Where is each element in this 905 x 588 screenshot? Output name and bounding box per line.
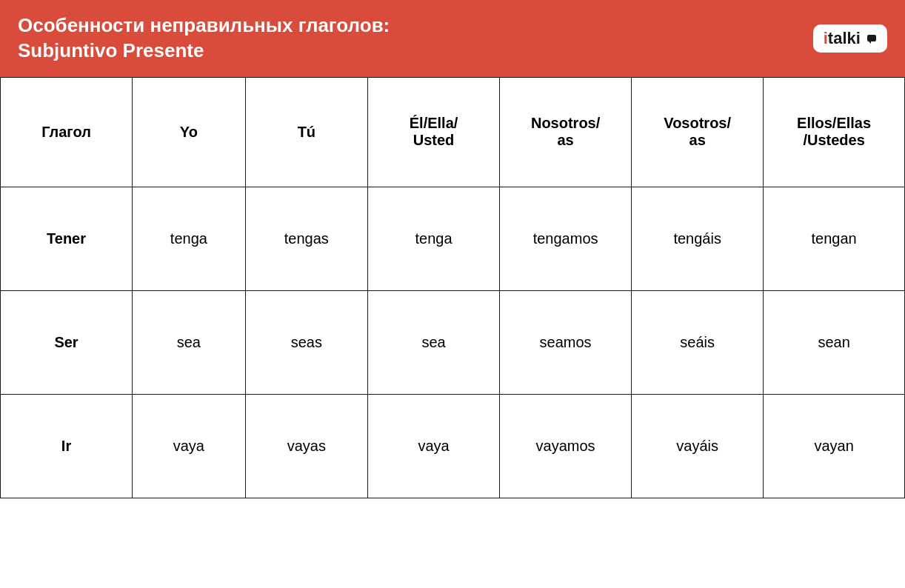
table-wrapper: Глагол Yo Tú Él/Ella/Usted Nosotros/as xyxy=(0,77,905,498)
tener-tu: tengas xyxy=(245,187,367,290)
col-header-verb: Глагол xyxy=(1,77,133,187)
table-header-row: Глагол Yo Tú Él/Ella/Usted Nosotros/as xyxy=(1,77,905,187)
app-container: Особенности неправильных глаголов: Subju… xyxy=(0,0,905,588)
ser-vosotros: seáis xyxy=(632,290,764,394)
ir-yo: vaya xyxy=(133,394,246,498)
table-body: Tener tenga tengas tenga tengamos xyxy=(1,187,905,498)
col-header-nosotros: Nosotros/as xyxy=(500,77,632,187)
svg-marker-1 xyxy=(869,41,871,44)
tener-ellos: tengan xyxy=(764,187,905,290)
verb-cell-ser: Ser xyxy=(1,290,133,394)
ir-nosotros: vayamos xyxy=(500,394,632,498)
ser-ellos: sean xyxy=(764,290,905,394)
header-title: Особенности неправильных глаголов: Subju… xyxy=(18,13,390,64)
col-header-yo: Yo xyxy=(133,77,246,187)
verb-cell-ir: Ir xyxy=(1,394,133,498)
col-header-ellos: Ellos/Ellas/Ustedes xyxy=(764,77,905,187)
table-row: Ir vaya vayas vaya vayamos vay xyxy=(1,394,905,498)
ser-nosotros: seamos xyxy=(500,290,632,394)
svg-rect-0 xyxy=(867,35,876,41)
ir-vosotros: vayáis xyxy=(632,394,764,498)
italki-logo: italki xyxy=(813,24,887,53)
logo-chat-icon xyxy=(866,34,877,44)
ser-el: sea xyxy=(368,290,500,394)
ir-ellos: vayan xyxy=(764,394,905,498)
col-header-el: Él/Ella/Usted xyxy=(368,77,500,187)
ir-el: vaya xyxy=(368,394,500,498)
tener-nosotros: tengamos xyxy=(500,187,632,290)
header: Особенности неправильных глаголов: Subju… xyxy=(0,0,905,77)
header-title-line2: Subjuntivo Presente xyxy=(18,39,390,64)
logo-text: italki xyxy=(824,29,877,48)
tener-el: tenga xyxy=(368,187,500,290)
ir-tu: vayas xyxy=(245,394,367,498)
ser-tu: seas xyxy=(245,290,367,394)
col-header-tu: Tú xyxy=(245,77,367,187)
table-row: Tener tenga tengas tenga tengamos xyxy=(1,187,905,290)
ser-yo: sea xyxy=(133,290,246,394)
col-header-vosotros: Vosotros/as xyxy=(632,77,764,187)
verb-cell-tener: Tener xyxy=(1,187,133,290)
tener-vosotros: tengáis xyxy=(632,187,764,290)
table-row: Ser sea seas sea seamos seáis xyxy=(1,290,905,394)
tener-yo: tenga xyxy=(133,187,246,290)
header-title-line1: Особенности неправильных глаголов: xyxy=(18,13,390,39)
conjugation-table: Глагол Yo Tú Él/Ella/Usted Nosotros/as xyxy=(0,77,905,498)
